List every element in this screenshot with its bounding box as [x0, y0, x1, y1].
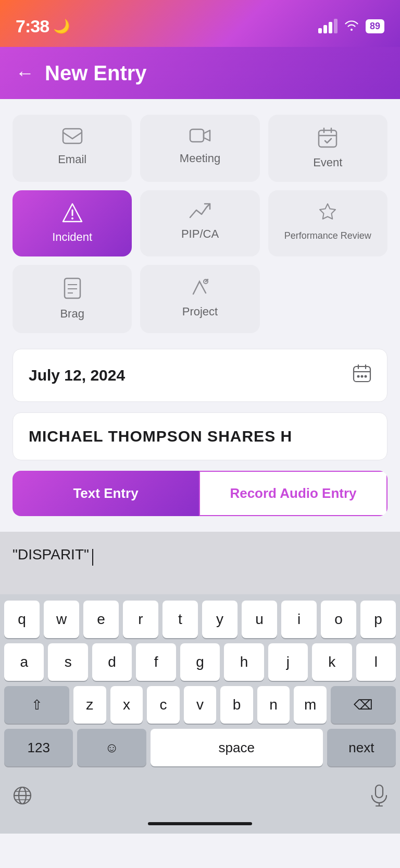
svg-rect-10 — [354, 366, 370, 382]
key-k[interactable]: k — [312, 643, 352, 681]
email-icon — [62, 127, 83, 148]
svg-point-12 — [361, 375, 364, 378]
text-entry-content: "DISPARIT" — [12, 546, 89, 563]
signal-bars-icon — [318, 19, 338, 33]
category-label-performance: Performance Review — [284, 230, 371, 242]
brag-icon — [64, 277, 81, 302]
keyboard: q w e r t y u i o p a s d f g h j k l ⇧ … — [0, 594, 400, 776]
keyboard-row-2: a s d f g h j k l — [4, 643, 396, 681]
incident-icon — [62, 203, 83, 225]
key-a[interactable]: a — [4, 643, 44, 681]
key-n[interactable]: n — [257, 686, 290, 724]
entry-type-row: Text Entry Record Audio Entry — [12, 471, 388, 516]
back-button[interactable]: ← — [16, 62, 34, 84]
title-value: MICHAEL THOMPSON SHARES H — [29, 427, 292, 445]
keyboard-row-4: 123 ☺ space next — [4, 729, 396, 766]
mic-icon[interactable] — [371, 784, 388, 812]
key-l[interactable]: l — [356, 643, 396, 681]
pip-icon — [189, 203, 211, 222]
svg-rect-0 — [63, 129, 82, 143]
key-o[interactable]: o — [321, 601, 356, 638]
battery-icon: 89 — [366, 19, 384, 33]
text-entry-button[interactable]: Text Entry — [12, 471, 199, 516]
home-bar — [148, 822, 252, 825]
wifi-icon — [344, 18, 359, 34]
record-audio-button[interactable]: Record Audio Entry — [199, 471, 388, 516]
keyboard-row-3: ⇧ z x c v b n m ⌫ — [4, 686, 396, 724]
category-btn-brag[interactable]: Brag — [12, 265, 132, 333]
category-btn-project[interactable]: Project — [140, 265, 259, 333]
keyboard-bottom — [0, 776, 400, 822]
key-h[interactable]: h — [224, 643, 264, 681]
page-title: New Entry — [45, 62, 147, 85]
category-label-incident: Incident — [52, 230, 92, 244]
project-icon — [190, 277, 210, 300]
home-bar-row — [0, 822, 400, 834]
key-r[interactable]: r — [123, 601, 158, 638]
key-c[interactable]: c — [147, 686, 180, 724]
status-bar: 7:38 🌙 89 — [0, 0, 400, 47]
text-cursor — [92, 549, 93, 566]
key-w[interactable]: w — [44, 601, 79, 638]
key-u[interactable]: u — [242, 601, 277, 638]
meeting-icon — [189, 127, 211, 146]
svg-point-4 — [71, 217, 73, 219]
key-numbers[interactable]: 123 — [4, 729, 73, 766]
key-g[interactable]: g — [180, 643, 220, 681]
key-space[interactable]: space — [151, 729, 323, 766]
category-btn-performance[interactable]: Performance Review — [268, 190, 388, 256]
category-label-brag: Brag — [60, 307, 84, 321]
key-m[interactable]: m — [294, 686, 327, 724]
calendar-icon — [353, 364, 371, 387]
key-j[interactable]: j — [268, 643, 308, 681]
svg-rect-2 — [319, 130, 336, 147]
category-btn-pip[interactable]: PIP/CA — [140, 190, 259, 256]
category-label-email: Email — [58, 153, 86, 166]
key-f[interactable]: f — [136, 643, 176, 681]
key-delete[interactable]: ⌫ — [331, 686, 396, 724]
globe-icon[interactable] — [12, 786, 32, 810]
keyboard-row-1: q w e r t y u i o p — [4, 601, 396, 638]
category-btn-meeting[interactable]: Meeting — [140, 115, 259, 182]
performance-icon — [318, 203, 338, 225]
key-q[interactable]: q — [4, 601, 40, 638]
key-d[interactable]: d — [92, 643, 132, 681]
title-input[interactable]: MICHAEL THOMPSON SHARES H — [12, 412, 388, 460]
key-shift[interactable]: ⇧ — [4, 686, 69, 724]
category-btn-event[interactable]: Event — [268, 115, 388, 182]
key-next[interactable]: next — [327, 729, 396, 766]
category-btn-incident[interactable]: Incident — [12, 190, 132, 256]
text-entry-area[interactable]: "DISPARIT" — [0, 532, 400, 594]
key-p[interactable]: p — [360, 601, 396, 638]
key-v[interactable]: v — [184, 686, 217, 724]
key-x[interactable]: x — [110, 686, 143, 724]
main-content: Email Meeting Event — [0, 99, 400, 532]
key-i[interactable]: i — [281, 601, 317, 638]
key-emoji[interactable]: ☺ — [77, 729, 146, 766]
key-z[interactable]: z — [73, 686, 106, 724]
header: ← New Entry — [0, 47, 400, 99]
svg-point-13 — [365, 375, 367, 378]
svg-rect-16 — [376, 785, 383, 798]
category-label-meeting: Meeting — [180, 152, 220, 165]
category-label-event: Event — [313, 156, 342, 169]
status-icons: 89 — [318, 18, 384, 34]
key-b[interactable]: b — [220, 686, 253, 724]
category-grid: Email Meeting Event — [12, 115, 388, 333]
key-s[interactable]: s — [48, 643, 88, 681]
moon-icon: 🌙 — [53, 18, 70, 34]
date-value: July 12, 2024 — [29, 366, 125, 384]
category-btn-email[interactable]: Email — [12, 115, 132, 182]
svg-point-11 — [357, 375, 360, 378]
category-label-project: Project — [182, 305, 218, 319]
key-y[interactable]: y — [202, 601, 238, 638]
event-icon — [318, 127, 338, 151]
status-time: 7:38 — [16, 16, 49, 36]
svg-rect-1 — [190, 129, 204, 142]
key-t[interactable]: t — [162, 601, 198, 638]
category-label-pip: PIP/CA — [181, 227, 219, 241]
key-e[interactable]: e — [83, 601, 119, 638]
date-picker[interactable]: July 12, 2024 — [12, 349, 388, 402]
